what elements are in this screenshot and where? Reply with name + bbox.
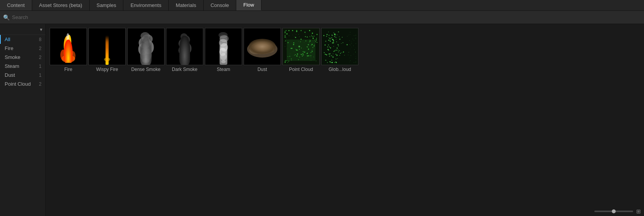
sidebar-item-steam[interactable]: Steam1 (0, 62, 45, 71)
svg-point-127 (314, 44, 315, 45)
thumb-item-steam[interactable]: Steam (205, 28, 242, 72)
svg-point-193 (348, 55, 348, 55)
svg-point-29 (220, 53, 227, 61)
svg-rect-11 (128, 28, 164, 65)
thumb-item-point-cloud[interactable]: Point Cloud (282, 28, 320, 72)
sidebar-item-point-cloud[interactable]: Point Cloud2 (0, 79, 45, 88)
svg-point-228 (332, 39, 334, 40)
svg-point-134 (291, 48, 292, 49)
svg-point-53 (306, 36, 308, 38)
svg-point-216 (334, 34, 335, 35)
svg-point-75 (311, 60, 312, 60)
svg-point-91 (295, 54, 296, 55)
svg-point-61 (299, 49, 300, 50)
svg-point-286 (351, 43, 352, 44)
svg-point-203 (340, 53, 341, 54)
svg-point-239 (330, 38, 331, 39)
svg-point-146 (309, 30, 310, 31)
svg-point-232 (354, 49, 355, 50)
svg-point-100 (314, 36, 315, 36)
sidebar-item-all[interactable]: All8 (0, 35, 45, 44)
svg-point-33 (220, 35, 229, 42)
svg-point-99 (287, 48, 287, 49)
svg-point-32 (219, 39, 227, 47)
svg-point-167 (339, 50, 340, 51)
svg-point-182 (341, 52, 342, 53)
tab-materials[interactable]: Materials (169, 0, 204, 10)
svg-point-132 (294, 51, 294, 52)
svg-point-30 (219, 48, 226, 56)
zoom-slider[interactable] (594, 211, 633, 212)
svg-point-164 (336, 39, 337, 40)
svg-point-7 (70, 51, 76, 60)
grid-view-icon[interactable]: ⊞ (636, 208, 641, 214)
tab-content[interactable]: Content (0, 0, 32, 10)
svg-point-62 (310, 55, 312, 56)
svg-point-289 (350, 57, 350, 58)
thumb-item-fire[interactable]: Fire (50, 28, 87, 72)
svg-point-189 (324, 52, 325, 54)
svg-point-128 (302, 55, 303, 57)
svg-point-21 (180, 50, 189, 62)
svg-point-238 (354, 35, 354, 36)
svg-point-10 (104, 57, 110, 61)
svg-point-156 (289, 36, 289, 36)
svg-point-90 (298, 34, 299, 35)
svg-point-115 (286, 60, 287, 61)
svg-point-72 (302, 59, 303, 59)
svg-point-179 (342, 37, 343, 38)
svg-point-82 (291, 60, 292, 60)
svg-point-288 (337, 55, 338, 56)
sidebar-item-count: 2 (39, 81, 42, 87)
sidebar: ▾ All8Fire2Smoke2Steam1Dust1Point Cloud2 (0, 24, 46, 216)
svg-point-129 (285, 43, 286, 44)
svg-point-37 (250, 42, 275, 54)
svg-point-172 (347, 36, 348, 36)
svg-point-144 (310, 56, 310, 56)
svg-point-229 (356, 62, 356, 63)
svg-point-131 (297, 54, 298, 55)
tab-environments[interactable]: Environments (123, 0, 168, 10)
thumb-item-glob-cloud[interactable]: Glob...loud (321, 28, 358, 72)
svg-point-204 (332, 57, 334, 58)
svg-point-139 (300, 41, 301, 42)
svg-point-56 (312, 44, 313, 45)
sidebar-item-smoke[interactable]: Smoke2 (0, 53, 45, 62)
thumb-item-dust[interactable]: Dust (244, 28, 281, 72)
svg-point-36 (247, 41, 277, 57)
tab-console[interactable]: Console (204, 0, 237, 10)
sidebar-item-fire[interactable]: Fire2 (0, 44, 45, 53)
svg-point-272 (330, 37, 331, 38)
svg-point-227 (332, 35, 332, 35)
svg-point-285 (330, 53, 331, 54)
svg-point-207 (331, 62, 332, 63)
tab-asset-stores[interactable]: Asset Stores (beta) (32, 0, 90, 10)
svg-point-104 (287, 42, 289, 43)
svg-point-52 (287, 62, 288, 63)
svg-point-198 (327, 34, 328, 35)
svg-point-180 (325, 45, 326, 46)
svg-point-123 (293, 35, 293, 35)
thumb-item-wispy-fire[interactable]: Wispy Fire (88, 28, 126, 72)
thumb-img-glob-cloud (321, 28, 358, 65)
sidebar-item-count: 2 (39, 55, 42, 60)
svg-point-98 (303, 54, 304, 55)
sidebar-item-dust[interactable]: Dust1 (0, 71, 45, 79)
search-input[interactable] (12, 14, 641, 20)
svg-point-201 (325, 41, 326, 42)
tab-samples[interactable]: Samples (90, 0, 124, 10)
svg-point-71 (293, 44, 294, 45)
svg-point-234 (330, 47, 331, 48)
svg-point-109 (301, 48, 302, 48)
thumb-item-dense-smoke[interactable]: Dense Smoke (127, 28, 164, 72)
svg-point-124 (304, 52, 305, 53)
sidebar-collapse-icon[interactable]: ▾ (40, 27, 42, 32)
thumb-item-dark-smoke[interactable]: Dark Smoke (166, 28, 203, 72)
svg-point-87 (305, 37, 305, 37)
svg-point-206 (333, 41, 334, 42)
tab-flow[interactable]: Flow (236, 0, 261, 10)
svg-point-2 (64, 45, 73, 60)
svg-point-265 (351, 41, 351, 42)
svg-point-130 (316, 38, 317, 39)
svg-rect-8 (89, 28, 125, 65)
